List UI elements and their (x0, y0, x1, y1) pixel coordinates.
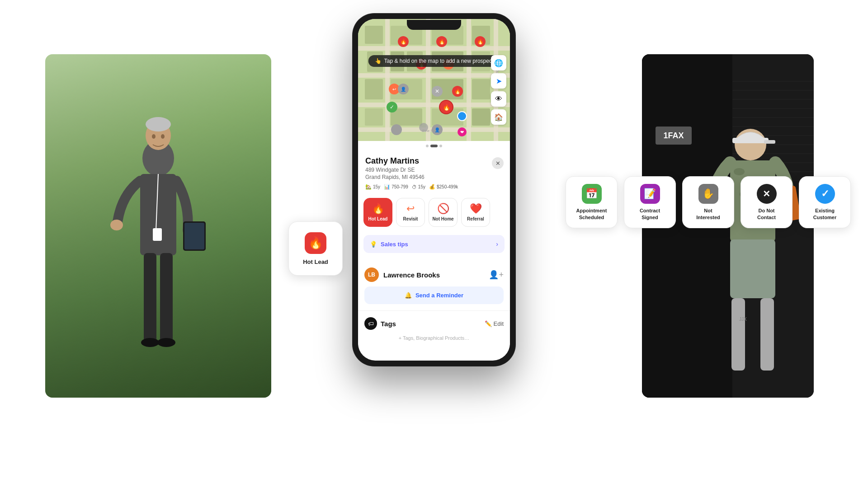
contact-badges: 🏡 15y 📊 750-799 ⏱ 15y 💰 $250-499k (365, 184, 503, 190)
floating-card-appointment[interactable]: 📅 AppointmentScheduled (566, 176, 618, 228)
assigned-section: LB Lawrence Brooks 👤+ 🔔 Send a Reminder (358, 262, 510, 304)
clock-icon: ⏱ (412, 184, 417, 190)
reminder-label: Send a Reminder (415, 292, 463, 299)
hot-lead-card-icon: 🔥 (305, 232, 326, 254)
assigned-name: Lawrence Brooks (383, 271, 440, 279)
svg-text:✕: ✕ (435, 88, 439, 94)
tags-left: 🏷 Tags (364, 317, 396, 330)
badge-tenure: ⏱ 15y (412, 184, 425, 190)
sales-tips-row[interactable]: 💡 Sales tips › (363, 235, 505, 253)
contract-icon: 📝 (640, 184, 660, 204)
svg-text:JJX: JJX (739, 317, 747, 322)
svg-rect-70 (365, 108, 383, 126)
badge-home: 🏡 15y (365, 184, 380, 190)
badge-years: 15y (373, 184, 380, 189)
svg-text:🔥: 🔥 (454, 88, 461, 94)
svg-rect-7 (184, 223, 204, 249)
revisit-label: Revisit (403, 216, 418, 222)
svg-point-14 (161, 134, 165, 139)
map-tool-globe[interactable]: 🌐 (491, 55, 506, 70)
referral-label: Referral (467, 216, 484, 222)
map-tool-home[interactable]: 🏠 (491, 109, 506, 125)
svg-rect-2 (140, 174, 176, 255)
badge-tenure-years: 15y (418, 184, 425, 189)
not-home-label: Not Home (432, 216, 453, 222)
floating-card-existing-customer[interactable]: ✓ ExistingCustomer (799, 176, 851, 228)
phone-notch (407, 20, 461, 30)
sales-tips-left: 💡 Sales tips (370, 241, 408, 248)
contact-info-section: Cathy Martins 489 Windgate Dr SE Grand R… (358, 151, 510, 193)
contact-address-line2: Grand Rapids, MI 49546 (365, 174, 503, 180)
svg-rect-36 (764, 140, 775, 144)
status-btn-hot-lead[interactable]: 🔥 Hot Lead (363, 198, 392, 227)
chevron-right-icon: › (496, 240, 498, 248)
person-left-silhouette (90, 104, 226, 398)
svg-point-13 (152, 134, 156, 139)
svg-rect-4 (153, 228, 162, 241)
tags-label: Tags (381, 320, 396, 328)
svg-text:👤: 👤 (401, 86, 406, 92)
svg-rect-69 (472, 79, 490, 99)
svg-text:🔥: 🔥 (400, 38, 407, 45)
svg-text:↩: ↩ (392, 87, 396, 92)
svg-text:🔥: 🔥 (439, 38, 445, 45)
revisit-icon: ↩ (406, 203, 415, 215)
svg-rect-66 (365, 79, 383, 99)
badge-credit: 📊 750-799 (384, 184, 408, 190)
status-btn-not-home[interactable]: 🚫 Not Home (429, 198, 458, 227)
status-btn-revisit[interactable]: ↩ Revisit (396, 198, 425, 227)
pagination-dots (358, 141, 510, 151)
do-not-contact-icon: ✕ (757, 184, 777, 204)
svg-point-38 (734, 168, 745, 175)
hot-lead-floating-card[interactable]: 🔥 Hot Lead (288, 221, 343, 276)
contact-close-button[interactable]: ✕ (492, 157, 504, 169)
phone-body: Windgate Pine St 🔥 🔥 🔥 🔥 🔥 (353, 14, 515, 366)
svg-text:👤: 👤 (434, 127, 440, 133)
svg-rect-51 (358, 103, 510, 107)
send-reminder-button[interactable]: 🔔 Send a Reminder (364, 286, 504, 304)
svg-text:🔥: 🔥 (477, 38, 484, 45)
contract-label: ContractSigned (640, 207, 660, 221)
map-tool-view[interactable]: 👁 (491, 91, 506, 107)
svg-point-10 (141, 338, 159, 347)
map-area[interactable]: Windgate Pine St 🔥 🔥 🔥 🔥 🔥 (358, 19, 510, 141)
lb-avatar: LB (364, 267, 379, 282)
svg-rect-49 (358, 46, 510, 51)
svg-rect-8 (144, 253, 156, 343)
svg-rect-43 (731, 298, 745, 371)
existing-customer-label: ExistingCustomer (813, 207, 836, 221)
status-btn-referral[interactable]: ❤️ Referral (461, 198, 490, 227)
bell-icon: 🔔 (405, 292, 412, 299)
appointment-label: AppointmentScheduled (576, 207, 607, 221)
badge-value-range: $250-499k (437, 184, 458, 189)
floating-card-do-not-contact[interactable]: ✕ Do NotContact (741, 176, 793, 228)
appointment-icon: 📅 (582, 184, 602, 204)
existing-customer-icon: ✓ (815, 184, 835, 204)
floating-card-contract[interactable]: 📝 ContractSigned (624, 176, 676, 228)
badge-credit-range: 750-799 (392, 184, 408, 189)
map-background: Windgate Pine St 🔥 🔥 🔥 🔥 🔥 (358, 19, 510, 141)
contact-name: Cathy Martins (365, 156, 503, 166)
svg-rect-35 (732, 138, 769, 143)
svg-text:✓: ✓ (390, 104, 394, 110)
person-add-icon: 👤+ (489, 270, 504, 280)
edit-button[interactable]: ✏️ Edit (485, 320, 504, 327)
hot-lead-icon: 🔥 (372, 203, 384, 215)
home-icon: 🏡 (365, 184, 372, 190)
do-not-contact-label: Do NotContact (757, 207, 776, 221)
status-buttons-row: 🔥 Hot Lead ↩ Revisit 🚫 Not Home ❤️ Refer… (358, 193, 510, 231)
svg-rect-44 (760, 298, 774, 371)
svg-rect-54 (426, 19, 430, 141)
svg-rect-57 (365, 26, 383, 44)
floating-status-cards: 📅 AppointmentScheduled 📝 ContractSigned … (566, 176, 851, 228)
svg-rect-42 (730, 239, 775, 298)
tags-icon-circle: 🏷 (364, 317, 377, 330)
credit-icon: 📊 (384, 184, 390, 190)
floating-card-not-interested[interactable]: ✋ NotInterested (682, 176, 734, 228)
map-tool-location[interactable]: ➤ (491, 73, 506, 89)
referral-icon: ❤️ (470, 203, 482, 215)
money-icon: 💰 (429, 184, 435, 190)
left-background-photo (45, 54, 271, 398)
dot-1 (426, 145, 429, 147)
dot-3 (439, 145, 442, 147)
